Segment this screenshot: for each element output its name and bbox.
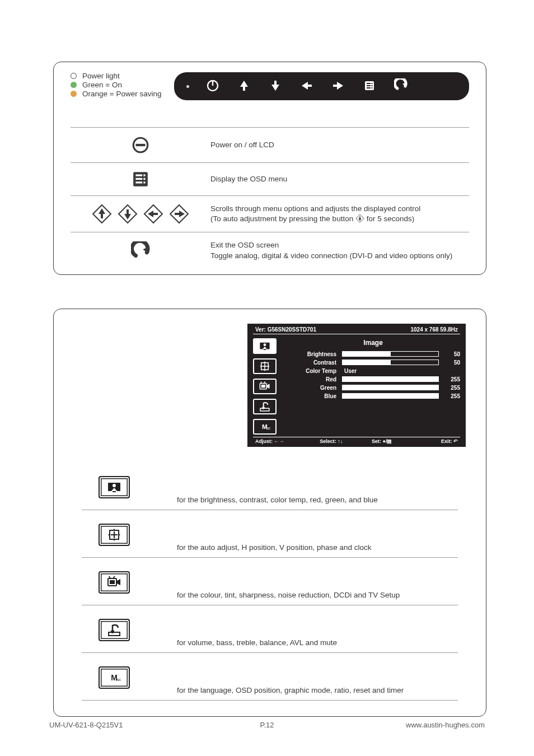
osd-section-title: Image xyxy=(286,337,460,350)
brightness-bar xyxy=(342,351,439,357)
colortemp-label: Color Temp xyxy=(286,368,336,374)
menu-icon xyxy=(363,79,377,94)
osd-resolution: 1024 x 768 59.8Hz xyxy=(410,326,458,333)
osd-card: Ver: G56SN20SSTD701 1024 x 768 59.8Hz Im… xyxy=(53,309,486,717)
orange-dot xyxy=(71,91,77,97)
tab-geometry-icon xyxy=(99,524,130,546)
membrane-legend-card: Power light Green = On Orange = Power sa… xyxy=(53,62,486,275)
osd-tab-geometry xyxy=(253,358,277,374)
brightness-value: 50 xyxy=(444,351,460,357)
green-label: Green xyxy=(286,385,336,391)
green-value: 255 xyxy=(444,385,460,391)
menu-button-icon xyxy=(132,171,149,188)
green-dot xyxy=(71,82,77,88)
power-description: Power on / off LCD xyxy=(210,140,469,150)
osd-version: Ver: G56SN20SSTD701 xyxy=(255,326,316,333)
red-value: 255 xyxy=(444,376,460,382)
down-arrow-icon xyxy=(269,79,283,94)
osd-tab-video xyxy=(253,379,277,394)
tab-misc-desc: for the language, OSD position, graphic … xyxy=(177,686,458,696)
exit-icon xyxy=(394,78,410,94)
osd-tab-misc xyxy=(253,419,277,435)
tab-video-desc: for the colour, tint, sharpness, noise r… xyxy=(177,591,458,600)
tab-video-icon xyxy=(99,571,130,594)
orange-saving-label: Orange = Power saving xyxy=(82,90,161,98)
power-light-label: Power light xyxy=(82,72,120,80)
colortemp-value: User xyxy=(342,368,357,374)
osd-tab-audio xyxy=(253,399,277,414)
tab-geometry-desc: for the auto adjust, H position, V posit… xyxy=(177,543,458,553)
tab-misc-icon xyxy=(99,666,130,689)
osd-hint-adjust: Adjust: ←→ xyxy=(255,438,306,444)
osd-tab-image xyxy=(253,338,277,354)
left-arrow-icon xyxy=(300,79,315,94)
scroll-description: Scrolls through menu options and adjusts… xyxy=(210,204,469,224)
power-icon xyxy=(206,79,221,94)
right-arrow-icon xyxy=(331,79,346,94)
power-light-legend: Power light Green = On Orange = Power sa… xyxy=(71,71,177,99)
contrast-value: 50 xyxy=(444,360,460,366)
contrast-label: Contrast xyxy=(286,360,336,366)
page-footer: UM-UV-621-8-Q215V1 P.12 www.austin-hughe… xyxy=(0,721,534,729)
power-button-icon xyxy=(131,136,150,155)
blue-value: 255 xyxy=(444,393,460,399)
osd-hint-select: Select: ↑↓ xyxy=(306,438,357,444)
red-bar xyxy=(342,376,439,382)
red-label: Red xyxy=(286,376,336,382)
exit-button-icon xyxy=(131,241,150,260)
up-arrow-icon xyxy=(237,79,252,94)
power-light-dot xyxy=(71,73,77,79)
contrast-bar xyxy=(342,360,439,365)
osd-hint-exit: Exit: ↶ xyxy=(407,438,458,444)
green-bar xyxy=(342,385,439,390)
led-indicator-icon xyxy=(186,85,189,88)
osd-hint-set: Set: ●/▤ xyxy=(357,438,407,444)
menu-description: Display the OSD menu xyxy=(210,174,469,184)
footer-page: P.12 xyxy=(0,721,534,729)
rhomb-right-icon xyxy=(169,204,189,224)
brightness-label: Brightness xyxy=(286,351,336,357)
tab-image-icon xyxy=(99,476,130,498)
rhomb-up-icon xyxy=(92,204,112,224)
tab-audio-icon xyxy=(99,619,130,641)
rhomb-down-icon xyxy=(118,204,138,224)
osd-screen: Ver: G56SN20SSTD701 1024 x 768 59.8Hz Im… xyxy=(247,324,466,447)
tab-image-desc: for the brightness, contrast, color temp… xyxy=(177,496,458,505)
blue-bar xyxy=(342,393,439,399)
membrane-strip xyxy=(174,72,469,100)
rhomb-left-icon xyxy=(143,204,163,224)
exit-description: Exit the OSD screenToggle analog, digita… xyxy=(210,240,469,260)
tab-audio-desc: for volume, bass, treble, balance, AVL a… xyxy=(177,638,458,648)
blue-label: Blue xyxy=(286,393,336,399)
green-on-label: Green = On xyxy=(82,81,122,89)
